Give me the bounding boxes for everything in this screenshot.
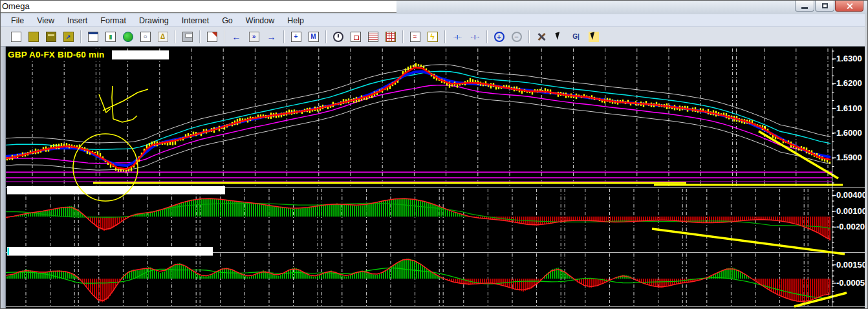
print-preview-icon[interactable]: ○ xyxy=(137,29,153,45)
toolbar-separator xyxy=(402,30,403,43)
title-bar: Omega xyxy=(1,1,868,14)
open-icon[interactable] xyxy=(25,29,41,45)
quote-board-icon[interactable] xyxy=(120,29,136,45)
inset-window-icon[interactable] xyxy=(347,29,363,45)
back-icon[interactable]: ← xyxy=(228,29,244,45)
pointer-icon[interactable] xyxy=(550,29,567,45)
menu-item-insert[interactable]: Insert xyxy=(61,15,94,27)
quote-board-icon xyxy=(123,32,133,42)
restore-icon xyxy=(822,3,828,8)
overlay-chart-icon[interactable]: ≈ xyxy=(407,29,423,45)
zoom-in-icon[interactable]: + xyxy=(491,29,507,45)
inset-window-icon xyxy=(351,32,361,42)
pointer-icon xyxy=(554,32,564,42)
grid-table-icon[interactable] xyxy=(382,29,398,45)
market-window-icon[interactable]: M xyxy=(305,29,321,45)
y-axis-label: 0.00100 xyxy=(836,206,867,216)
menu-item-window[interactable]: Window xyxy=(239,15,281,27)
y-axis-label: 0.00150 xyxy=(836,260,867,270)
format-properties-icon xyxy=(207,32,217,42)
menu-item-help[interactable]: Help xyxy=(281,15,310,27)
compress-bars-icon: →|← xyxy=(452,32,462,42)
time-interval-icon[interactable] xyxy=(330,29,346,45)
bar-chart-icon: ||| xyxy=(105,32,116,42)
y-axis-label: 1.6200 xyxy=(836,78,862,88)
compress-bars-icon[interactable]: →|← xyxy=(449,29,465,45)
expand-bars-icon: ←|→ xyxy=(470,32,480,42)
workspace-window-icon xyxy=(88,32,98,42)
grid-table-icon xyxy=(385,32,396,42)
toolbar-separator xyxy=(80,30,81,43)
menu-item-format[interactable]: Format xyxy=(94,15,133,27)
y-axis-label: 1.6100 xyxy=(836,103,862,113)
market-window-icon: M xyxy=(309,32,319,42)
y-axis-label: 0.00400 xyxy=(836,190,867,200)
scales-icon[interactable]: Δ xyxy=(155,29,171,45)
send-page-icon[interactable]: » xyxy=(246,29,262,45)
close-button[interactable] xyxy=(835,1,863,12)
left-scroll-strip[interactable] xyxy=(1,47,6,309)
window-right-border xyxy=(865,14,867,309)
chart-plot xyxy=(1,47,868,309)
new-chart-icon xyxy=(11,32,21,42)
menu-item-drawing[interactable]: Drawing xyxy=(133,15,175,27)
toolbar-separator xyxy=(325,30,326,43)
window-title: Omega xyxy=(1,1,396,13)
chart-canvas[interactable]: GBP A0-FX BID-60 min 1.63001.62001.61001… xyxy=(1,47,868,309)
study-pointer-icon[interactable] xyxy=(585,29,602,45)
menu-bar: FileViewInsertFormatDrawingInternetGoWin… xyxy=(1,14,868,27)
menu-item-file[interactable]: File xyxy=(5,15,30,27)
data-rows-icon xyxy=(368,32,378,42)
symbol-label: GBP A0-FX BID-60 min xyxy=(6,49,108,61)
close-icon xyxy=(846,3,853,10)
minimize-button[interactable] xyxy=(795,1,814,12)
y-axis-label: -0.00200 xyxy=(836,222,868,231)
menu-item-go[interactable]: Go xyxy=(215,15,239,27)
data-rows-icon[interactable] xyxy=(365,29,381,45)
forward-icon[interactable]: → xyxy=(263,29,279,45)
toolbar-separator xyxy=(199,30,200,43)
menu-item-view[interactable]: View xyxy=(30,15,61,27)
toolbar-separator xyxy=(175,30,175,43)
workspace-window-icon[interactable] xyxy=(85,29,101,45)
menu-item-internet[interactable]: Internet xyxy=(175,15,215,27)
y-axis-label: -0.00050 xyxy=(836,278,868,288)
window-controls xyxy=(794,1,863,12)
toolbar-separator xyxy=(224,30,224,43)
bar-chart-icon[interactable]: ||| xyxy=(102,29,118,45)
expand-bars-icon[interactable]: ←|→ xyxy=(466,29,483,45)
open-icon xyxy=(28,32,39,42)
forward-icon: → xyxy=(266,32,277,42)
print-icon[interactable] xyxy=(179,29,195,45)
app-window: Omega FileViewInsertFormatDrawingInterne… xyxy=(0,0,868,309)
study-pointer-icon xyxy=(589,32,599,42)
send-page-icon: » xyxy=(249,32,259,42)
toolbar: ↗|||○Δ←»→+M≈ϟ→|←←|→+−G| xyxy=(1,27,868,47)
drawing-tools-icon xyxy=(536,32,547,42)
print-preview-icon: ○ xyxy=(140,32,151,42)
scales-icon: Δ xyxy=(158,32,168,42)
zoom-in-icon: + xyxy=(494,32,505,42)
format-analysis-icon[interactable]: ϟ xyxy=(424,29,440,45)
y-axis-label: 1.5900 xyxy=(836,153,862,162)
toolbar-separator xyxy=(486,30,487,43)
insert-symbol-window-icon[interactable]: + xyxy=(288,29,304,45)
print-icon xyxy=(182,32,193,42)
new-chart-icon[interactable] xyxy=(8,29,24,45)
export-folder-icon[interactable]: ↗ xyxy=(60,29,76,45)
toolbar-separator xyxy=(444,30,445,43)
toolbar-separator xyxy=(528,30,529,43)
export-folder-icon: ↗ xyxy=(63,32,74,42)
go-cursor-icon[interactable]: G| xyxy=(568,29,584,45)
time-interval-icon xyxy=(333,32,343,42)
toolbar-separator xyxy=(283,30,284,43)
y-axis-label: 1.6300 xyxy=(836,54,862,63)
format-properties-icon[interactable] xyxy=(204,29,220,45)
save-all-icon[interactable] xyxy=(43,29,59,45)
zoom-out-icon[interactable]: − xyxy=(508,29,525,45)
drawing-tools-icon[interactable] xyxy=(533,29,549,45)
go-cursor-icon: G| xyxy=(571,32,581,42)
back-icon: ← xyxy=(232,32,242,42)
restore-button[interactable] xyxy=(815,1,834,12)
insert-symbol-window-icon: + xyxy=(291,32,301,42)
